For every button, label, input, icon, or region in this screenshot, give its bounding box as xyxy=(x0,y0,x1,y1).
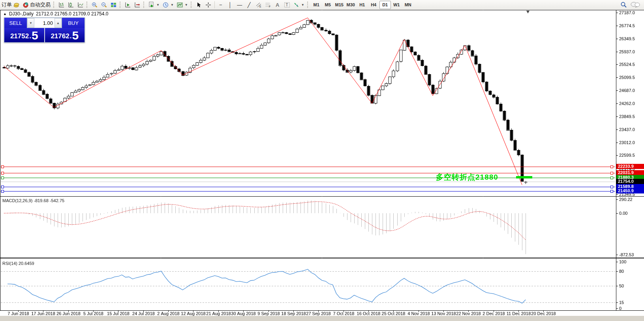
timeframe-w1[interactable]: W1 xyxy=(391,1,402,9)
chevron-down-icon: ▼ xyxy=(185,3,188,7)
timeframe-h4[interactable]: H4 xyxy=(368,1,379,9)
timeframe-m15[interactable]: M15 xyxy=(334,1,345,9)
indicators-icon xyxy=(177,2,183,8)
minus-icon: − xyxy=(218,2,224,8)
buy-price-button[interactable]: 21762.5 xyxy=(45,28,85,42)
equidistant-channel-icon: E xyxy=(255,2,262,8)
clock-icon xyxy=(163,2,169,8)
buy-price-dot: . xyxy=(70,32,72,41)
volume-spinner: ▼ 1.00 ▲ xyxy=(27,18,62,28)
timeframe-d1[interactable]: D1 xyxy=(379,1,391,9)
sell-price-dot: . xyxy=(29,32,31,41)
chart-annotation-text: 多空转折点21880 xyxy=(436,172,498,182)
one-click-trade-panel: SELL ▼ 1.00 ▲ BUY 21752.5 21762.5 xyxy=(4,17,85,43)
timeframe-mn[interactable]: MN xyxy=(402,1,414,9)
text-tool-button[interactable]: A xyxy=(273,0,282,9)
text-label-icon: T xyxy=(284,2,290,8)
cursor-button[interactable] xyxy=(194,0,204,9)
chevron-down-icon: ▼ xyxy=(156,3,160,7)
rsi-indicator-label: RSI(14) 20.6459 xyxy=(2,261,34,266)
chart-title: ▲ DJ30-,Daily 21712.0 21765.0 21709.0 21… xyxy=(3,11,108,17)
line-chart-mode-button[interactable] xyxy=(76,0,85,9)
minus-tool-button[interactable]: − xyxy=(216,0,225,9)
svg-text:T: T xyxy=(285,3,288,7)
trendline-icon: ╱ xyxy=(246,2,252,8)
top-toolbar: 订单 自动交易 ▼ ▼ ▼ − │ — ╱ xyxy=(0,0,644,10)
crosshair-icon xyxy=(205,2,212,8)
label-tool-button[interactable]: T xyxy=(282,0,292,9)
autotrade-icon xyxy=(23,2,29,8)
gold-coins-icon xyxy=(13,2,19,8)
volume-decrease-button[interactable]: ▼ xyxy=(27,18,34,28)
trade-panel-top-row: SELL ▼ 1.00 ▲ BUY xyxy=(4,18,84,28)
tile-windows-icon xyxy=(111,2,117,8)
mt4-window: 订单 自动交易 ▼ ▼ ▼ − │ — ╱ xyxy=(0,0,644,321)
zoom-in-icon xyxy=(92,2,98,8)
candlestick-icon xyxy=(68,2,74,8)
svg-text:E: E xyxy=(259,5,261,8)
buy-price-frac: 5 xyxy=(72,30,79,41)
chart-shift-button[interactable] xyxy=(133,0,142,9)
ohlc-values: 21712.0 21765.0 21709.0 21754.0 xyxy=(36,11,109,17)
indicators-button[interactable]: ▼ xyxy=(175,0,190,9)
buy-price-main: 21762 xyxy=(51,32,69,41)
line-chart-icon xyxy=(77,2,84,8)
new-order-label: 订单 xyxy=(2,1,12,8)
auto-scroll-button[interactable] xyxy=(123,0,133,9)
bar-chart-mode-button[interactable] xyxy=(57,0,66,9)
autotrade-label: 自动交易 xyxy=(30,1,51,8)
vline-tool-button[interactable]: │ xyxy=(225,0,235,9)
channel-tool-button[interactable]: E xyxy=(254,0,263,9)
timeframe-group: M1M5M15M30H1H4D1W1MN xyxy=(311,1,414,9)
buy-tab[interactable]: BUY xyxy=(62,18,84,28)
zoom-out-icon xyxy=(101,2,107,8)
toolbar-grip xyxy=(53,2,56,8)
periods-button[interactable]: ▼ xyxy=(161,0,175,9)
auto-scroll-icon xyxy=(125,2,131,8)
sell-tab[interactable]: SELL xyxy=(4,18,27,28)
macd-indicator-label: MACD(12,26,9) -819.68 -542.75 xyxy=(2,198,64,203)
toolbar-grip xyxy=(191,2,193,8)
zoom-in-button[interactable] xyxy=(90,0,100,9)
chart-canvas[interactable] xyxy=(0,9,644,321)
tile-windows-button[interactable] xyxy=(109,0,118,9)
timeframe-h1[interactable]: H1 xyxy=(357,1,368,9)
arrow-objects-icon xyxy=(293,2,300,8)
fibonacci-icon: F xyxy=(265,2,271,8)
caret-up-icon: ▲ xyxy=(56,21,60,25)
trade-panel-prices: 21752.5 21762.5 xyxy=(4,28,84,42)
chevron-down-icon: ▼ xyxy=(171,3,174,7)
toolbar-grip xyxy=(86,2,89,8)
toolbar-separator xyxy=(214,1,215,8)
new-chart-button[interactable]: ▼ xyxy=(147,0,161,9)
new-order-button[interactable]: 订单 xyxy=(0,0,21,9)
sell-price-button[interactable]: 21752.5 xyxy=(4,28,45,42)
timeframe-m5[interactable]: M5 xyxy=(322,1,334,9)
vertical-line-icon: │ xyxy=(227,2,233,8)
toolbar-right-group xyxy=(620,2,640,8)
arrows-tool-button[interactable]: ▼ xyxy=(292,0,306,9)
volume-value[interactable]: 1.00 xyxy=(34,18,54,28)
crosshair-button[interactable] xyxy=(204,0,213,9)
chat-icon[interactable] xyxy=(631,2,640,8)
timeframe-m30[interactable]: M30 xyxy=(345,1,357,9)
autotrade-button[interactable]: 自动交易 xyxy=(21,0,52,9)
trendline-tool-button[interactable]: ╱ xyxy=(244,0,254,9)
candlestick-mode-button[interactable] xyxy=(66,0,76,9)
fibonacci-tool-button[interactable]: F xyxy=(263,0,273,9)
triangle-up-icon: ▲ xyxy=(3,12,7,16)
new-chart-icon xyxy=(148,2,155,8)
chevron-down-icon: ▼ xyxy=(301,3,304,7)
zoom-out-button[interactable] xyxy=(100,0,109,9)
text-icon: A xyxy=(274,2,281,8)
symbol-period-label: DJ30-,Daily xyxy=(9,11,34,17)
sell-price-main: 21752 xyxy=(10,32,29,41)
volume-increase-button[interactable]: ▲ xyxy=(54,18,62,28)
chart-region: ▲ DJ30-,Daily 21712.0 21765.0 21709.0 21… xyxy=(0,9,644,321)
search-icon[interactable] xyxy=(620,2,627,8)
timeframe-m1[interactable]: M1 xyxy=(311,1,322,9)
hline-tool-button[interactable]: — xyxy=(235,0,244,9)
toolbar-grip xyxy=(143,2,146,8)
svg-text:F: F xyxy=(269,5,270,8)
chart-shift-icon xyxy=(134,2,141,8)
